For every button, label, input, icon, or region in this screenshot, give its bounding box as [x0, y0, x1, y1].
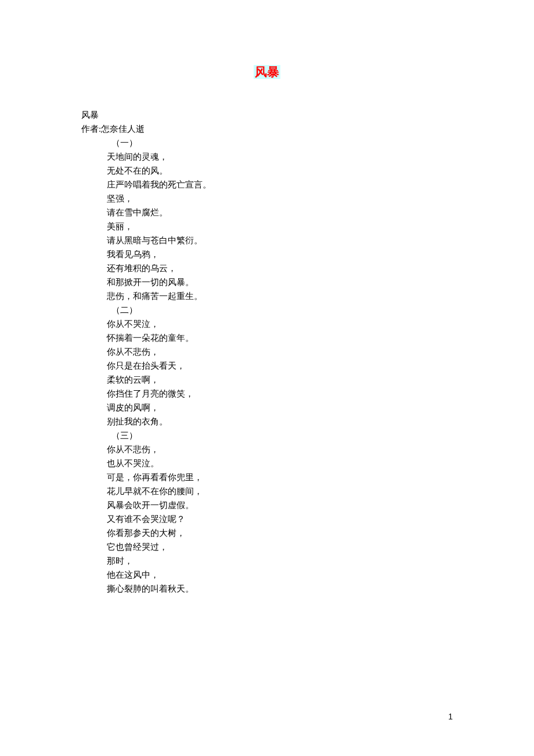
poem-line: 你从不悲伤，	[81, 442, 453, 456]
poem-line: 他在这风中，	[81, 568, 453, 582]
poem-line: 你只是在抬头看天，	[81, 359, 453, 373]
poem-line: 怀揣着一朵花的童年。	[81, 331, 453, 345]
poem-line: 请从黑暗与苍白中繁衍。	[81, 233, 453, 247]
poem-line: 坚强，	[81, 192, 453, 206]
document-title-container: 风暴	[81, 64, 453, 80]
poem-line: 撕心裂肺的叫着秋天。	[81, 582, 453, 596]
poem-line: 你挡住了月亮的微笑，	[81, 387, 453, 401]
section-marker: （二）	[81, 303, 453, 317]
poem-line: 无处不在的风。	[81, 164, 453, 178]
poem-title-line: 风暴	[81, 108, 453, 122]
poem-line: 又有谁不会哭泣呢？	[81, 512, 453, 526]
document-page: 风暴 风暴 作者:怎奈佳人逝 （一） 天地间的灵魂， 无处不在的风。 庄严吟唱着…	[0, 0, 534, 596]
poem-line: 请在雪中腐烂。	[81, 206, 453, 219]
poem-line: 和那掀开一切的风暴。	[81, 275, 453, 289]
poem-line: 调皮的风啊，	[81, 401, 453, 415]
poem-line: 也从不哭泣。	[81, 456, 453, 470]
poem-line: 你看那参天的大树，	[81, 526, 453, 540]
poem-line: 美丽，	[81, 219, 453, 233]
poem-line: 它也曾经哭过，	[81, 540, 453, 554]
poem-line: 花儿早就不在你的腰间，	[81, 484, 453, 498]
poem-line: 柔软的云啊，	[81, 373, 453, 387]
section-marker: （一）	[81, 136, 453, 150]
poem-line: 你从不哭泣，	[81, 317, 453, 331]
poem-line: 天地间的灵魂，	[81, 150, 453, 164]
poem-line: 风暴会吹开一切虚假。	[81, 498, 453, 512]
poem-line: 悲伤，和痛苦一起重生。	[81, 289, 453, 303]
poem-line: 还有堆积的乌云，	[81, 261, 453, 275]
section-marker: （三）	[81, 429, 453, 442]
poem-line: 我看见乌鸦，	[81, 247, 453, 261]
poem-line: 那时，	[81, 554, 453, 568]
poem-line: 别扯我的衣角。	[81, 415, 453, 429]
page-number: 1	[448, 712, 453, 721]
document-title: 风暴	[254, 65, 280, 79]
poem-line: 庄严吟唱着我的死亡宣言。	[81, 178, 453, 192]
poem-line: 可是，你再看看你兜里，	[81, 470, 453, 484]
author-line: 作者:怎奈佳人逝	[81, 122, 453, 136]
poem-line: 你从不悲伤，	[81, 345, 453, 359]
